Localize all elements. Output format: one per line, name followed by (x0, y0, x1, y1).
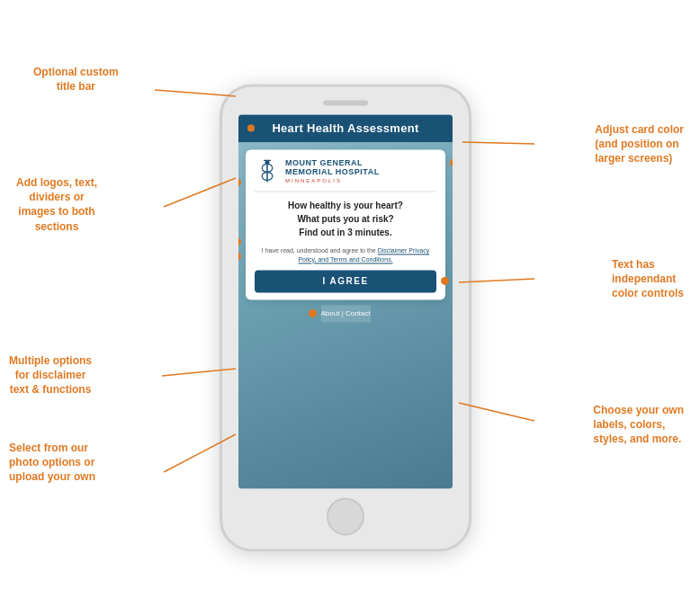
hospital-name: Mount GeneralMemorial Hospital Minneapol… (285, 158, 380, 184)
hospital-city: Minneapolis (285, 178, 380, 183)
caduceus-icon (255, 158, 280, 183)
annotation-disclaimer: Multiple options for disclaimer text & f… (9, 353, 92, 397)
title-bar: Heart Health Assessment (238, 114, 453, 142)
disclaimer-dot (238, 252, 241, 260)
disclaimer-text: I have read, understood and agree to the… (255, 246, 436, 264)
svg-line-7 (462, 142, 534, 144)
footer-dot (309, 309, 317, 317)
content-card: Mount GeneralMemorial Hospital Minneapol… (246, 149, 445, 299)
questions-block: How healthy is your heart? What puts you… (255, 199, 436, 239)
agree-button[interactable]: I AGREE (255, 270, 436, 292)
phone-screen: Heart Health Assessment (238, 114, 453, 488)
titlebar-dot (247, 124, 255, 131)
card-color-dot (450, 158, 453, 166)
logo-section-dot (238, 178, 241, 186)
question1: How healthy is your heart? (255, 199, 436, 212)
annotation-title-bar: Optional custom title bar (33, 65, 119, 94)
phone-mockup: Heart Health Assessment (220, 84, 471, 551)
svg-line-3 (155, 90, 236, 96)
question2: What puts you at risk? (255, 212, 436, 226)
footer-bar: About | Contact (321, 305, 371, 322)
center-dot (238, 237, 241, 246)
home-button[interactable] (327, 497, 364, 535)
screen-background: Mount GeneralMemorial Hospital Minneapol… (238, 142, 453, 488)
button-dot (441, 277, 449, 285)
hospital-logo: Mount GeneralMemorial Hospital Minneapol… (255, 158, 436, 192)
annotation-photo: Select from our photo options or upload … (9, 441, 95, 485)
hospital-name-line1: Mount GeneralMemorial Hospital (285, 158, 380, 178)
title-bar-text: Heart Health Assessment (272, 121, 418, 135)
annotation-text-color: Text has independant color controls (612, 257, 684, 301)
annotation-card-color: Adjust card color (and position on large… (595, 122, 684, 166)
question3: Find out in 3 minutes. (255, 226, 436, 239)
annotation-button: Choose your own labels, colors, styles, … (593, 403, 684, 447)
annotation-logos: Add logos, text, dividers or images to b… (16, 175, 97, 234)
phone-speaker (323, 100, 368, 105)
